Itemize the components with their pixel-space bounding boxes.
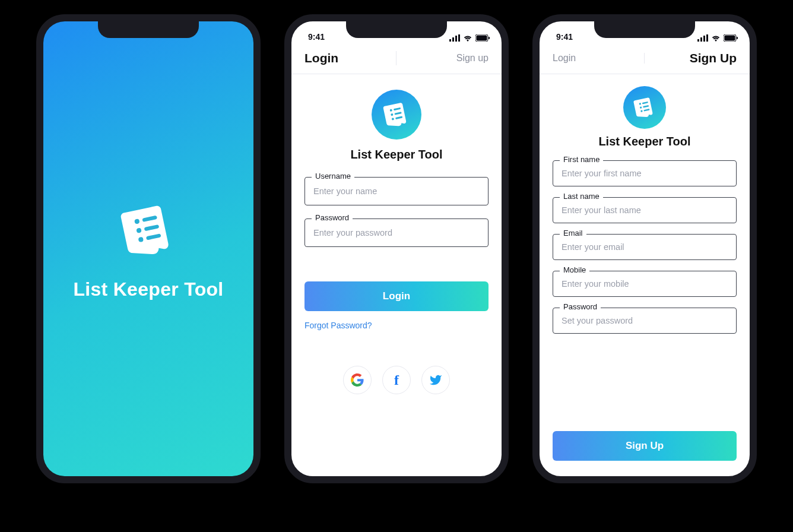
svg-rect-11 <box>477 36 487 41</box>
battery-icon <box>475 34 490 42</box>
status-time: 9:41 <box>308 32 325 42</box>
signal-icon <box>449 34 460 42</box>
tab-login[interactable]: Login <box>304 51 396 65</box>
splash-title: List Keeper Tool <box>73 278 223 300</box>
password-label: Password <box>560 302 601 311</box>
facebook-icon: f <box>394 372 399 388</box>
password-label: Password <box>312 213 353 222</box>
auth-tabs: Login Sign Up <box>540 43 750 74</box>
list-icon <box>116 198 181 263</box>
battery-icon <box>724 34 738 42</box>
mobile-field-wrap: Mobile <box>553 271 737 297</box>
svg-rect-21 <box>703 36 705 42</box>
password-input[interactable] <box>304 218 489 247</box>
password-input[interactable] <box>553 308 737 334</box>
login-form: Username Password Login Forgot Password?… <box>291 177 502 394</box>
login-button[interactable]: Login <box>304 281 489 311</box>
notch <box>98 20 199 38</box>
signup-cta-wrap: Sign Up <box>540 431 750 461</box>
first-name-input[interactable] <box>553 160 737 186</box>
svg-rect-12 <box>489 37 490 39</box>
splash-screen: List Keeper Tool <box>43 21 253 476</box>
mobile-label: Mobile <box>560 265 589 274</box>
social-row: f <box>304 366 489 394</box>
mobile-input[interactable] <box>553 271 737 297</box>
twitter-icon <box>429 373 442 387</box>
google-login-button[interactable] <box>343 366 372 394</box>
svg-rect-6 <box>449 39 451 42</box>
tab-signup[interactable]: Sign Up <box>645 51 737 65</box>
phone-splash: List Keeper Tool <box>36 14 261 483</box>
email-input[interactable] <box>553 234 737 260</box>
email-field-wrap: Email <box>553 234 737 260</box>
username-field-wrap: Username <box>304 177 489 205</box>
wifi-icon <box>463 34 472 42</box>
svg-rect-19 <box>697 39 699 42</box>
status-icons <box>697 34 738 42</box>
signal-icon <box>697 34 708 42</box>
svg-rect-22 <box>706 34 708 42</box>
username-input[interactable] <box>304 177 489 205</box>
first-name-field-wrap: First name <box>553 160 737 186</box>
svg-rect-9 <box>458 34 460 42</box>
status-icons <box>449 34 490 42</box>
tab-login[interactable]: Login <box>553 53 645 64</box>
signup-button[interactable]: Sign Up <box>553 431 737 461</box>
svg-rect-7 <box>452 37 454 42</box>
svg-rect-25 <box>737 37 738 39</box>
last-name-input[interactable] <box>553 197 737 223</box>
list-icon <box>623 86 666 129</box>
svg-rect-20 <box>700 37 702 42</box>
notch <box>594 20 695 38</box>
twitter-login-button[interactable] <box>421 366 450 394</box>
forgot-password-link[interactable]: Forgot Password? <box>304 321 489 330</box>
password-field-wrap: Password <box>304 218 489 247</box>
svg-rect-24 <box>725 36 735 41</box>
email-label: Email <box>560 229 586 238</box>
status-time: 9:41 <box>556 32 573 42</box>
last-name-field-wrap: Last name <box>553 197 737 223</box>
notch <box>346 20 447 38</box>
password-field-wrap: Password <box>553 308 737 334</box>
app-title: List Keeper Tool <box>291 148 502 162</box>
signup-form: First name Last name Email Mobile Passwo… <box>540 160 750 334</box>
app-title: List Keeper Tool <box>540 135 750 148</box>
phone-login: 9:41 Login Sign up List Keeper Tool User… <box>284 14 509 483</box>
list-icon <box>372 90 421 140</box>
google-icon <box>351 373 364 387</box>
auth-tabs: Login Sign up <box>291 43 502 74</box>
phone-signup: 9:41 Login Sign Up List Keeper Tool Firs… <box>532 14 757 483</box>
facebook-login-button[interactable]: f <box>382 366 411 394</box>
wifi-icon <box>711 34 721 42</box>
username-label: Username <box>312 172 354 180</box>
tab-signup[interactable]: Sign up <box>396 53 489 64</box>
svg-rect-8 <box>455 36 457 42</box>
first-name-label: First name <box>560 155 603 164</box>
last-name-label: Last name <box>560 192 603 201</box>
